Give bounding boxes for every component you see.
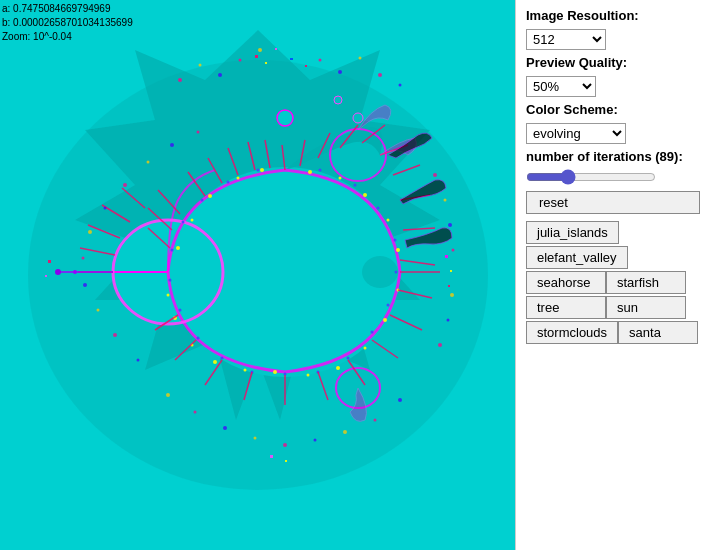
svg-point-116 [448,223,452,227]
svg-rect-93 [265,62,267,64]
svg-point-112 [378,73,382,77]
svg-rect-99 [448,285,450,287]
svg-point-137 [123,183,127,187]
svg-point-130 [137,359,140,362]
info-overlay: a: 0.7475084669794969 b: 0.0000265870103… [2,2,133,44]
svg-point-109 [319,59,322,62]
quality-select[interactable]: 50%25%100% [526,76,596,97]
svg-point-126 [254,437,257,440]
svg-point-135 [88,230,92,234]
svg-point-45 [179,309,182,312]
svg-point-118 [450,293,454,297]
preset-button-santa[interactable]: santa [618,321,698,344]
svg-point-108 [258,48,262,52]
svg-point-26 [167,294,170,297]
svg-point-36 [395,271,398,274]
svg-point-86 [277,110,293,126]
svg-point-43 [221,357,224,360]
svg-point-121 [398,398,402,402]
svg-point-49 [201,199,204,202]
svg-rect-97 [445,255,448,258]
svg-point-13 [363,193,367,197]
svg-point-34 [377,207,380,210]
svg-point-125 [283,443,287,447]
svg-point-88 [334,96,342,104]
preset-button-elefant_valley[interactable]: elefant_valley [526,246,628,269]
svg-point-134 [82,257,85,260]
svg-point-128 [194,411,197,414]
image-resolution-label: Image Resoultion: [526,8,700,23]
svg-point-105 [199,64,202,67]
svg-point-111 [359,57,362,60]
svg-rect-94 [275,48,277,50]
svg-point-136 [104,207,107,210]
svg-rect-101 [285,460,287,462]
svg-point-22 [244,369,247,372]
preset-button-julia_islands[interactable]: julia_islands [526,221,619,244]
svg-point-30 [237,177,240,180]
svg-rect-102 [48,260,51,263]
svg-point-133 [83,283,87,287]
svg-point-104 [178,78,182,82]
svg-point-87 [353,113,363,123]
svg-point-27 [176,246,180,250]
svg-point-129 [166,393,170,397]
svg-point-48 [182,221,185,224]
color-scheme-label: Color Scheme: [526,102,700,117]
coord-b: b: 0.00002658701034135699 [2,16,133,30]
svg-point-107 [239,59,242,62]
svg-point-32 [319,169,322,172]
svg-point-50 [227,181,230,184]
iterations-label: number of iterations (89): [526,149,700,164]
fractal-canvas[interactable]: a: 0.7475084669794969 b: 0.0000265870103… [0,0,515,550]
svg-point-106 [218,73,222,77]
preset-button-starfish[interactable]: starfish [606,271,686,294]
svg-point-17 [383,318,387,322]
svg-point-39 [347,357,350,360]
preset-button-tree[interactable]: tree [526,296,606,319]
svg-point-14 [387,219,390,222]
svg-point-11 [308,170,312,174]
svg-point-91 [73,270,77,274]
svg-point-122 [374,419,377,422]
svg-rect-98 [450,270,452,272]
svg-point-12 [339,177,342,180]
svg-point-113 [399,84,402,87]
svg-point-29 [208,194,212,198]
preset-button-sun[interactable]: sun [606,296,686,319]
svg-point-7 [362,256,398,288]
svg-point-119 [447,319,450,322]
controls-panel: Image Resoultion: 51210242048 Preview Qu… [515,0,710,550]
svg-point-127 [223,426,227,430]
svg-point-38 [371,331,374,334]
svg-point-140 [197,131,200,134]
svg-point-131 [113,333,117,337]
svg-point-51 [257,169,260,172]
presets-container: julia_islandselefant_valleyseahorsestarf… [526,220,700,345]
resolution-select[interactable]: 51210242048 [526,29,606,50]
svg-point-115 [444,199,447,202]
colorscheme-select[interactable]: evolvingclassicfireice [526,123,626,144]
svg-point-28 [191,219,194,222]
preset-button-stormclouds[interactable]: stormclouds [526,321,618,344]
preview-quality-label: Preview Quality: [526,55,700,70]
svg-rect-96 [305,65,307,67]
svg-point-120 [438,343,442,347]
svg-rect-95 [290,58,293,60]
svg-point-138 [147,161,150,164]
svg-point-33 [354,184,357,187]
coord-a: a: 0.7475084669794969 [2,2,133,16]
svg-point-23 [213,360,217,364]
svg-point-124 [314,439,317,442]
svg-point-46 [169,279,172,282]
iterations-slider[interactable] [526,169,656,185]
svg-point-132 [97,309,100,312]
svg-point-15 [396,248,400,252]
svg-point-123 [343,430,347,434]
svg-rect-92 [255,55,258,58]
svg-point-110 [338,70,342,74]
reset-button[interactable]: reset [526,191,700,214]
preset-button-seahorse[interactable]: seahorse [526,271,606,294]
svg-point-35 [394,239,397,242]
svg-point-114 [433,173,437,177]
